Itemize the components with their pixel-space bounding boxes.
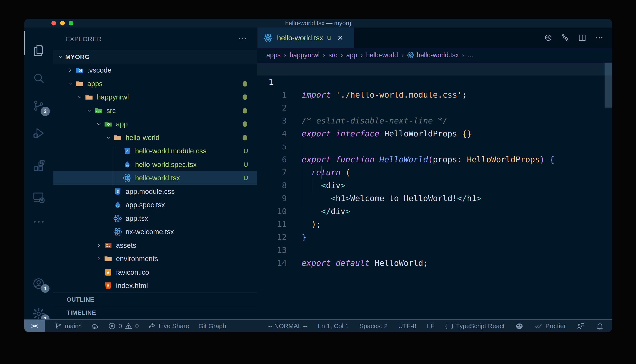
code-line[interactable]: 2 /* eslint-disable-next-line */ [257, 88, 612, 102]
statusbar-cursor-position[interactable]: Ln 1, Col 1 [318, 322, 349, 330]
activitybar-accounts[interactable]: 1 [24, 272, 53, 295]
explorer-sidebar: EXPLORER ⋯ MYORG .vscode apps happynrwl … [53, 28, 257, 320]
activitybar-run-debug[interactable] [24, 122, 53, 145]
code-line[interactable]: 4 [257, 114, 612, 127]
tree-item--vscode[interactable]: .vscode [53, 64, 257, 77]
code-line[interactable]: 12 [257, 218, 612, 231]
statusbar-notifications[interactable] [596, 322, 604, 330]
tree-root-myorg[interactable]: MYORG [53, 50, 257, 64]
code-line[interactable]: 1 import './hello-world.module.css'; [257, 62, 612, 76]
tree-item-app-tsx[interactable]: app.tsx [53, 212, 257, 225]
code-line[interactable]: 6 return ( [257, 140, 612, 153]
folder-app-icon [103, 120, 113, 129]
tree-item-happynrwl[interactable]: happynrwl [53, 90, 257, 104]
code-editor[interactable]: 1 import './hello-world.module.css'; 1 2… [257, 62, 612, 320]
accounts-badge: 1 [41, 284, 50, 293]
code-line[interactable]: 7 <div> [257, 153, 612, 166]
breadcrumb-item[interactable]: hello-world [366, 51, 398, 59]
status-bar: ><main*00Live ShareGit Graph-- NORMAL --… [24, 319, 612, 332]
tree-item-apps[interactable]: apps [53, 77, 257, 90]
svg-text:TS: TS [126, 164, 129, 167]
statusbar-live-share[interactable]: Live Share [148, 322, 189, 330]
statusbar-right: -- NORMAL --Ln 1, Col 1Spaces: 2UTF-8LF{… [258, 322, 612, 330]
close-tab-icon[interactable]: × [338, 34, 343, 42]
css-icon: 3 [113, 187, 122, 196]
editor-scrollbar[interactable] [604, 62, 612, 108]
compare-changes-icon[interactable] [561, 33, 570, 42]
activitybar-explorer[interactable] [24, 39, 53, 62]
breadcrumb-item[interactable]: src [329, 51, 337, 59]
css-icon: 3 [123, 146, 132, 156]
tab-hello-world-tsx[interactable]: hello-world.tsx U × [258, 28, 354, 48]
tree-item-hello-world-module-css[interactable]: 3 hello-world.module.cssU [53, 144, 257, 158]
split-editor-icon[interactable] [578, 33, 587, 42]
chevron-right-icon: › [341, 52, 343, 59]
statusbar-indentation[interactable]: Spaces: 2 [359, 322, 387, 330]
chevron-right-icon [65, 67, 75, 73]
code-line[interactable]: 10 ); [257, 192, 612, 205]
timeline-section[interactable]: TIMELINE [53, 306, 257, 320]
tree-item-hello-world-spec-tsx[interactable]: TS hello-world.spec.tsxU [53, 158, 257, 172]
editor-group: hello-world.tsx U × apps›happynrwl›src›a… [257, 28, 612, 320]
tree-item-app-spec-tsx[interactable]: TS app.spec.tsx [53, 198, 257, 212]
tree-item-app-module-css[interactable]: 3 app.module.css [53, 185, 257, 198]
breadcrumb-item[interactable]: app [346, 51, 357, 59]
remote-indicator[interactable]: >< [24, 320, 45, 332]
statusbar-encoding[interactable]: UTF-8 [398, 322, 416, 330]
code-line[interactable]: 1 [257, 76, 612, 88]
activitybar-source-control[interactable]: 3 [24, 94, 53, 117]
folder-icon [103, 254, 113, 264]
statusbar-git-branch[interactable]: main* [54, 322, 81, 330]
outline-section[interactable]: OUTLINE [53, 292, 257, 306]
chevron-down-icon [56, 54, 65, 60]
svg-text:</>: </> [96, 110, 101, 113]
code-line[interactable]: 3 export interface HelloWorldProps {} [257, 102, 612, 114]
tree-item-app[interactable]: app [53, 118, 257, 131]
explorer-more-actions-icon[interactable]: ⋯ [238, 34, 247, 43]
tree-item-index-html[interactable]: 5 index.html [53, 279, 257, 293]
activitybar-remote-explorer[interactable] [24, 186, 53, 209]
statusbar-git-graph[interactable]: Git Graph [199, 322, 226, 330]
tree-item-favicon-ico[interactable]: ★ favicon.ico [53, 266, 257, 279]
code-line[interactable]: 8 <h1>Welcome to HelloWorld!</h1> [257, 166, 612, 179]
statusbar-vim-mode[interactable]: -- NORMAL -- [268, 322, 307, 330]
chevron-right-icon: › [401, 52, 404, 59]
tree-indent-guide [114, 147, 114, 187]
tree-item-assets[interactable]: assets [53, 239, 257, 252]
svg-text:5: 5 [107, 284, 109, 288]
tree-item-hello-world[interactable]: hello-world [53, 131, 257, 144]
explorer-title: EXPLORER [65, 36, 102, 43]
tree-item-src[interactable]: </> src [53, 104, 257, 118]
html-icon: 5 [103, 281, 113, 290]
statusbar-publish[interactable] [91, 322, 99, 330]
code-line[interactable]: 9 </div> [257, 179, 612, 192]
statusbar-language-mode[interactable]: { }TypeScript React [445, 322, 505, 330]
breadcrumb-file[interactable]: hello-world.tsx [407, 51, 459, 59]
statusbar-prettier[interactable]: Prettier [534, 322, 566, 330]
code-line[interactable]: 14 [257, 244, 612, 257]
folder-icon [75, 79, 84, 88]
tree-item-nx-welcome-tsx[interactable]: nx-welcome.tsx [53, 225, 257, 239]
history-icon[interactable] [544, 33, 553, 42]
statusbar-problems[interactable]: 00 [108, 322, 139, 330]
code-line[interactable]: 11 } [257, 205, 612, 218]
breadcrumb-item[interactable]: happynrwl [290, 51, 319, 59]
statusbar-pet-face[interactable] [515, 322, 524, 330]
title-bar: hello-world.tsx — myorg [24, 19, 612, 28]
explorer-header: EXPLORER ⋯ [53, 28, 257, 50]
breadcrumb-symbol[interactable]: ... [468, 51, 473, 59]
chevron-right-icon [94, 256, 103, 262]
activitybar-search[interactable] [24, 66, 53, 90]
statusbar-eol[interactable]: LF [427, 322, 435, 330]
activitybar-extensions[interactable] [24, 155, 53, 178]
statusbar-feedback[interactable] [576, 322, 585, 330]
tree-item-hello-world-tsx[interactable]: hello-world.tsxU [53, 172, 257, 185]
star-icon: ★ [103, 268, 113, 277]
tree-item-environments[interactable]: environments [53, 252, 257, 266]
code-line[interactable]: 13 export default HelloWorld; [257, 231, 612, 244]
ellipsis-icon[interactable] [595, 33, 604, 42]
breadcrumb-item[interactable]: apps [266, 51, 281, 59]
activitybar-more[interactable] [24, 210, 53, 233]
window-title: hello-world.tsx — myorg [24, 19, 612, 28]
code-line[interactable]: 5 export function HelloWorld(props: Hell… [257, 127, 612, 140]
